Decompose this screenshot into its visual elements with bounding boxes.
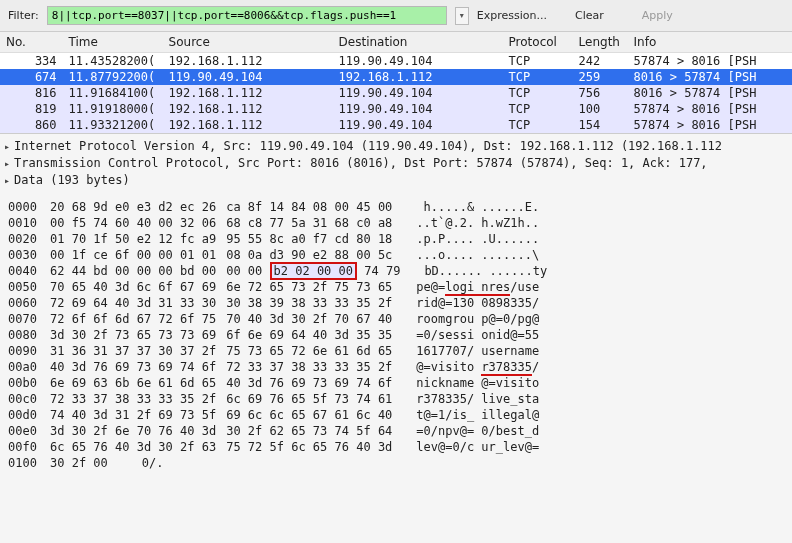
col-destination[interactable]: Destination [333,32,503,53]
hex-ascii: bD...... ......ty [424,263,547,279]
hex-bytes: 00 f5 74 60 40 00 32 0668 c8 77 5a 31 68… [50,215,392,231]
packet-cell: 259 [573,69,628,85]
hex-bytes: 00 1f ce 6f 00 00 01 0108 0a d3 90 e2 88… [50,247,392,263]
hex-ascii: @=visito r378335/ [416,359,539,375]
hex-bytes: 62 44 bd 00 00 00 bd 0000 00 b2 02 00 00… [50,263,400,279]
filter-dropdown-button[interactable]: ▾ [455,7,469,25]
hex-bytes: 6e 69 63 6b 6e 61 6d 6540 3d 76 69 73 69… [50,375,392,391]
hex-line[interactable]: 00d074 40 3d 31 2f 69 73 5f69 6c 6c 65 6… [8,407,784,423]
hex-bytes: 72 33 37 38 33 33 35 2f6c 69 76 65 5f 73… [50,391,392,407]
hex-line[interactable]: 007072 6f 6f 6d 67 72 6f 7570 40 3d 30 2… [8,311,784,327]
hex-offset: 0080 [8,327,50,343]
hex-highlight-box: b2 02 00 00 [270,262,357,280]
col-info[interactable]: Info [628,32,792,53]
hex-line[interactable]: 006072 69 64 40 3d 31 33 3030 38 39 38 3… [8,295,784,311]
hex-offset: 0020 [8,231,50,247]
hex-line[interactable]: 005070 65 40 3d 6c 6f 67 696e 72 65 73 2… [8,279,784,295]
hex-ascii: roomgrou p@=0/pg@ [416,311,539,327]
packet-list: No. Time Source Destination Protocol Len… [0,31,792,134]
col-protocol[interactable]: Protocol [503,32,573,53]
apply-button[interactable]: Apply [642,9,673,22]
col-source[interactable]: Source [163,32,333,53]
hex-line[interactable]: 00b06e 69 63 6b 6e 61 6d 6540 3d 76 69 7… [8,375,784,391]
hex-offset: 0030 [8,247,50,263]
filter-label: Filter: [8,9,39,22]
hex-bytes: 40 3d 76 69 73 69 74 6f72 33 37 38 33 33… [50,359,392,375]
filter-input[interactable] [47,6,447,25]
col-length[interactable]: Length [573,32,628,53]
packet-cell: 154 [573,117,628,133]
hex-ascii: t@=1/is_ illegal@ [416,407,539,423]
hex-line[interactable]: 00f06c 65 76 40 3d 30 2f 6375 72 5f 6c 6… [8,439,784,455]
packet-cell: TCP [503,101,573,117]
packet-cell: 192.168.1.112 [163,85,333,101]
hex-bytes: 70 65 40 3d 6c 6f 67 696e 72 65 73 2f 75… [50,279,392,295]
packet-row[interactable]: 33411.43528200(192.168.1.112119.90.49.10… [0,53,792,70]
hex-line[interactable]: 004062 44 bd 00 00 00 bd 0000 00 b2 02 0… [8,263,784,279]
hex-bytes: 30 2f 00 [50,455,118,471]
hex-bytes: 3d 30 2f 73 65 73 73 696f 6e 69 64 40 3d… [50,327,392,343]
packet-cell: 242 [573,53,628,70]
packet-row[interactable]: 81911.91918000(192.168.1.112119.90.49.10… [0,101,792,117]
hex-line[interactable]: 002001 70 1f 50 e2 12 fc a995 55 8c a0 f… [8,231,784,247]
hex-bytes: 74 40 3d 31 2f 69 73 5f69 6c 6c 65 67 61… [50,407,392,423]
hex-bytes: 6c 65 76 40 3d 30 2f 6375 72 5f 6c 65 76… [50,439,392,455]
hex-ascii: =0/npv@= 0/best_d [416,423,539,439]
hex-offset: 0040 [8,263,50,279]
hex-offset: 0100 [8,455,50,471]
hex-bytes: 01 70 1f 50 e2 12 fc a995 55 8c a0 f7 cd… [50,231,392,247]
hex-offset: 00c0 [8,391,50,407]
hex-offset: 00e0 [8,423,50,439]
hex-line[interactable]: 00e03d 30 2f 6e 70 76 40 3d30 2f 62 65 7… [8,423,784,439]
hex-underline: r378335 [481,360,532,376]
hex-line[interactable]: 001000 f5 74 60 40 00 32 0668 c8 77 5a 3… [8,215,784,231]
packet-cell: TCP [503,117,573,133]
hex-pane: 000020 68 9d e0 e3 d2 ec 26ca 8f 14 84 0… [0,193,792,477]
hex-ascii: =0/sessi onid@=55 [416,327,539,343]
hex-line[interactable]: 009031 36 31 37 37 30 37 2f75 73 65 72 6… [8,343,784,359]
col-no[interactable]: No. [0,32,63,53]
expression-link[interactable]: Expression... [477,9,547,22]
hex-bytes: 3d 30 2f 6e 70 76 40 3d30 2f 62 65 73 74… [50,423,392,439]
packet-cell: 119.90.49.104 [333,101,503,117]
tree-tcp[interactable]: Transmission Control Protocol, Src Port:… [4,155,788,172]
hex-offset: 0090 [8,343,50,359]
hex-line[interactable]: 010030 2f 000/. [8,455,784,471]
packet-cell: 334 [0,53,63,70]
hex-line[interactable]: 00803d 30 2f 73 65 73 73 696f 6e 69 64 4… [8,327,784,343]
packet-cell: TCP [503,69,573,85]
hex-offset: 00d0 [8,407,50,423]
packet-cell: 57874 > 8016 [PSH [628,53,792,70]
hex-offset: 0070 [8,311,50,327]
hex-ascii: r378335/ live_sta [416,391,539,407]
hex-ascii: ...o.... .......\ [416,247,539,263]
hex-offset: 00f0 [8,439,50,455]
hex-line[interactable]: 00a040 3d 76 69 73 69 74 6f72 33 37 38 3… [8,359,784,375]
packet-row[interactable]: 86011.93321200(192.168.1.112119.90.49.10… [0,117,792,133]
clear-button[interactable]: Clear [575,9,604,22]
hex-line[interactable]: 000020 68 9d e0 e3 d2 ec 26ca 8f 14 84 0… [8,199,784,215]
hex-underline: logi nres [445,280,510,296]
hex-line[interactable]: 00c072 33 37 38 33 33 35 2f6c 69 76 65 5… [8,391,784,407]
tree-data[interactable]: Data (193 bytes) [4,172,788,189]
packet-cell: 57874 > 8016 [PSH [628,117,792,133]
packet-cell: 8016 > 57874 [PSH [628,69,792,85]
hex-bytes: 72 69 64 40 3d 31 33 3030 38 39 38 33 33… [50,295,392,311]
hex-ascii: 0/. [142,455,164,471]
hex-offset: 00a0 [8,359,50,375]
packet-cell: 119.90.49.104 [333,53,503,70]
hex-line[interactable]: 003000 1f ce 6f 00 00 01 0108 0a d3 90 e… [8,247,784,263]
packet-cell: 192.168.1.112 [333,69,503,85]
packet-cell: 119.90.49.104 [333,117,503,133]
packet-cell: 11.93321200( [63,117,163,133]
packet-cell: 860 [0,117,63,133]
hex-ascii: 1617707/ username [416,343,539,359]
hex-offset: 0010 [8,215,50,231]
col-time[interactable]: Time [63,32,163,53]
packet-row[interactable]: 67411.87792200(119.90.49.104192.168.1.11… [0,69,792,85]
packet-row[interactable]: 81611.91684100(192.168.1.112119.90.49.10… [0,85,792,101]
protocol-tree: Internet Protocol Version 4, Src: 119.90… [0,134,792,193]
tree-ip[interactable]: Internet Protocol Version 4, Src: 119.90… [4,138,788,155]
hex-bytes: 31 36 31 37 37 30 37 2f75 73 65 72 6e 61… [50,343,392,359]
packet-cell: TCP [503,85,573,101]
